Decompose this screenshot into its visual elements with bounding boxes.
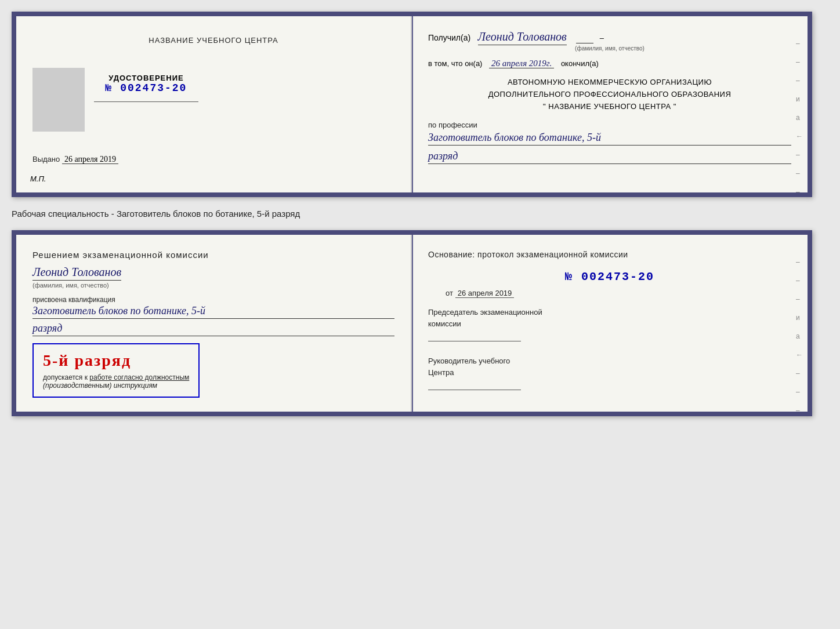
- protocol-number: № 002473-20: [428, 270, 791, 283]
- director-sig-line: [428, 390, 521, 390]
- doc1-right-half: Получил(а) Леонид Толованов – (фамилия, …: [412, 16, 808, 192]
- protocol-date-value: 26 апреля 2019: [455, 289, 515, 298]
- rank-box: 5-й разряд допускается к работе согласно…: [32, 343, 200, 398]
- doc2-right-dashes: –––иа←–––: [796, 258, 803, 415]
- rank-handwritten2: разряд: [32, 322, 394, 336]
- qualification-label: присвоена квалификация: [32, 296, 394, 304]
- specialty-label: Рабочая специальность - Заготовитель бло…: [12, 206, 300, 221]
- mp-label: М.П.: [30, 174, 46, 183]
- rank-box-desc: допускается к работе согласно должностны…: [43, 373, 189, 390]
- protocol-date-prefix: от: [446, 289, 453, 297]
- director-block: Руководитель учебного Центра: [428, 355, 791, 390]
- recipient-hint: (фамилия, имя, отчество): [428, 45, 791, 52]
- recipient-prefix: Получил(а): [428, 33, 470, 42]
- doc2-left-half: Решением экзаменационной комиссии Леонид…: [16, 235, 412, 412]
- chairman-label2: комиссии: [428, 319, 461, 328]
- recipient-row: Получил(а) Леонид Толованов – (фамилия, …: [428, 30, 791, 52]
- document-card-2: Решением экзаменационной комиссии Леонид…: [12, 230, 812, 416]
- field1-prefix: в том, что он(а): [428, 59, 482, 68]
- rank-handwritten: разряд: [428, 150, 791, 164]
- doc1-right-dashes: –––иа←–––: [796, 39, 803, 196]
- profession-label: по профессии: [428, 121, 791, 129]
- issued-line: Выдано 26 апреля 2019: [32, 155, 394, 164]
- page-container: НАЗВАНИЕ УЧЕБНОГО ЦЕНТРА УДОСТОВЕРЕНИЕ №…: [12, 12, 828, 416]
- org-line2: ДОПОЛНИТЕЛЬНОГО ПРОФЕССИОНАЛЬНОГО ОБРАЗО…: [428, 89, 791, 101]
- exam-person-hint: (фамилия, имя, отчество): [32, 282, 394, 289]
- issued-date: 26 апреля 2019: [62, 155, 118, 164]
- chairman-block: Председатель экзаменационной комиссии: [428, 307, 791, 341]
- cert-number-block: УДОСТОВЕРЕНИЕ № 002473-20: [94, 74, 198, 104]
- cert-sig-line: [94, 101, 198, 102]
- rank-box-underline: работе согласно должностным: [89, 373, 189, 381]
- exam-title: Решением экзаменационной комиссии: [32, 249, 394, 262]
- doc1-content-row: УДОСТОВЕРЕНИЕ № 002473-20: [32, 68, 394, 132]
- document-card-1: НАЗВАНИЕ УЧЕБНОГО ЦЕНТРА УДОСТОВЕРЕНИЕ №…: [12, 12, 812, 197]
- exam-name-row: Леонид Толованов (фамилия, имя, отчество…: [32, 266, 394, 289]
- chairman-sig-line: [428, 341, 521, 341]
- doc1-center-name: НАЗВАНИЕ УЧЕБНОГО ЦЕНТРА: [32, 36, 394, 45]
- protocol-date: от 26 апреля 2019: [428, 288, 791, 297]
- qualification-handwritten: Заготовитель блоков по ботанике, 5-й: [32, 305, 394, 319]
- org-line3: " НАЗВАНИЕ УЧЕБНОГО ЦЕНТРА ": [428, 101, 791, 113]
- cert-label: УДОСТОВЕРЕНИЕ: [94, 74, 198, 82]
- doc2-right-half: Основание: протокол экзаменационной коми…: [412, 235, 808, 412]
- director-label: Руководитель учебного: [428, 357, 510, 365]
- cert-number: № 002473-20: [94, 82, 198, 94]
- basis-title: Основание: протокол экзаменационной коми…: [428, 249, 791, 261]
- org-line1: АВТОНОМНУЮ НЕКОММЕРЧЕСКУЮ ОРГАНИЗАЦИЮ: [428, 77, 791, 89]
- field1-suffix: окончил(а): [561, 59, 599, 68]
- recipient-name: Леонид Толованов: [478, 30, 567, 45]
- director-label2: Центра: [428, 368, 454, 377]
- org-block: АВТОНОМНУЮ НЕКОММЕРЧЕСКУЮ ОРГАНИЗАЦИЮ ДО…: [428, 77, 791, 112]
- photo-placeholder: [32, 68, 85, 132]
- issued-prefix: Выдано: [32, 155, 60, 163]
- exam-person-name: Леонид Толованов: [32, 266, 121, 281]
- completion-row: в том, что он(а) 26 апреля 2019г. окончи…: [428, 59, 791, 68]
- chairman-label: Председатель экзаменационной: [428, 308, 542, 317]
- rank-box-italic: (производственным) инструкциям: [43, 381, 157, 390]
- profession-handwritten: Заготовитель блоков по ботанике, 5-й: [428, 132, 791, 146]
- rank-box-prefix: допускается к: [43, 373, 88, 381]
- field1-date: 26 апреля 2019г.: [489, 59, 554, 68]
- doc1-left-half: НАЗВАНИЕ УЧЕБНОГО ЦЕНТРА УДОСТОВЕРЕНИЕ №…: [16, 16, 412, 192]
- rank-box-title: 5-й разряд: [43, 351, 189, 370]
